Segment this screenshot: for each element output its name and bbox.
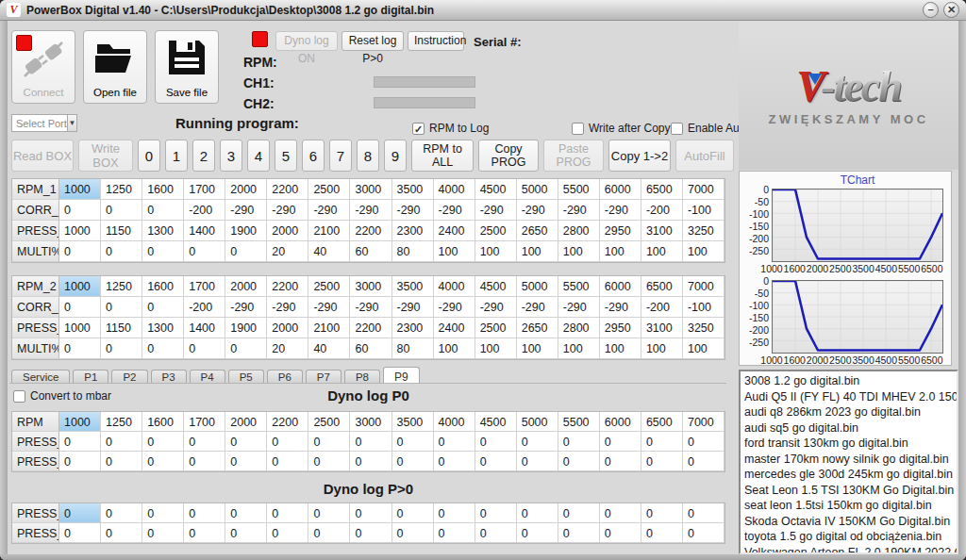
table-cell[interactable]: 2200	[267, 276, 308, 297]
table-cell[interactable]: 100	[558, 338, 600, 359]
table-cell[interactable]: 0	[308, 452, 350, 471]
table-cell[interactable]: 2100	[308, 318, 350, 338]
table-cell[interactable]: 100	[683, 338, 724, 359]
save-file-button[interactable]: Save file	[155, 30, 219, 104]
file-list-item[interactable]: Volkswagen Arteon FL 2.0 190KM 2022 Go D…	[744, 545, 957, 555]
table-cell[interactable]: 1000	[59, 276, 101, 297]
table-cell[interactable]: 0	[184, 338, 225, 359]
table-cell[interactable]: 2200	[350, 318, 391, 338]
digit-button-5[interactable]: 5	[275, 140, 297, 172]
table-cell[interactable]: 1000	[59, 318, 101, 338]
table-cell[interactable]: 5000	[517, 412, 558, 432]
table-cell[interactable]: 0	[392, 503, 434, 523]
table-cell[interactable]: -290	[392, 297, 434, 318]
table-cell[interactable]: 0	[101, 241, 142, 262]
table-cell[interactable]: 0	[225, 241, 267, 262]
table-cell[interactable]: 0	[600, 503, 641, 523]
table-cell[interactable]: -290	[475, 297, 517, 318]
table-cell[interactable]: 100	[558, 241, 600, 262]
table-cell[interactable]: -100	[683, 200, 724, 221]
table-cell[interactable]: -200	[641, 200, 683, 221]
table-cell[interactable]: 0	[59, 432, 101, 452]
table-cell[interactable]: 5500	[558, 412, 600, 432]
table-cell[interactable]: 1150	[101, 318, 142, 338]
table-cell[interactable]: 0	[641, 432, 683, 452]
table-cell[interactable]: 3500	[392, 412, 434, 432]
table-cell[interactable]: -290	[600, 200, 641, 221]
table-cell[interactable]: 100	[683, 241, 724, 262]
table-cell[interactable]: 0	[225, 452, 267, 471]
table-cell[interactable]: 0	[59, 452, 101, 471]
digit-button-2[interactable]: 2	[192, 140, 215, 172]
table-cell[interactable]: 5000	[517, 276, 558, 297]
table-cell[interactable]: 2300	[392, 318, 434, 338]
table-cell[interactable]: 0	[225, 523, 267, 543]
digit-button-1[interactable]: 1	[165, 140, 188, 172]
table-cell[interactable]: 0	[517, 503, 558, 523]
table-cell[interactable]: 100	[517, 241, 558, 262]
file-list-item[interactable]: Audi Q5 II (FY FL) 40 TDI MHEV 2.0 150kW…	[744, 389, 957, 405]
write-box-button[interactable]: Write BOX	[78, 140, 133, 172]
table-cell[interactable]: 2000	[267, 318, 308, 338]
table-cell[interactable]: 1300	[142, 318, 184, 338]
table-cell[interactable]: -290	[517, 200, 558, 221]
table-cell[interactable]: 6000	[600, 179, 641, 200]
tab-p5[interactable]: P5	[228, 370, 264, 384]
table-cell[interactable]: -200	[641, 297, 683, 318]
table-cell[interactable]: -290	[558, 297, 600, 318]
table-cell[interactable]: 1150	[101, 221, 142, 241]
table-cell[interactable]: 1000	[59, 412, 101, 432]
tab-p9[interactable]: P9	[383, 367, 420, 384]
table-cell[interactable]: 0	[225, 503, 267, 523]
table-cell[interactable]: 0	[475, 523, 517, 543]
table-cell[interactable]: 1400	[184, 318, 225, 338]
table-cell[interactable]: 0	[434, 503, 475, 523]
table-cell[interactable]: 0	[392, 523, 434, 543]
table-cell[interactable]: 2100	[308, 221, 350, 241]
table-cell[interactable]: 0	[267, 432, 308, 452]
table-cell[interactable]: 3500	[392, 276, 434, 297]
table-cell[interactable]: 0	[184, 241, 225, 262]
table-cell[interactable]: 1700	[184, 276, 225, 297]
table-cell[interactable]: 80	[392, 241, 434, 262]
digit-button-4[interactable]: 4	[247, 140, 270, 172]
table-cell[interactable]: 0	[184, 452, 225, 471]
table-cell[interactable]: 7000	[683, 276, 724, 297]
rpm-to-all-button[interactable]: RPM to ALL	[411, 140, 474, 172]
table-cell[interactable]: 2300	[392, 221, 434, 241]
connect-button[interactable]: Connect	[11, 30, 75, 104]
table-cell[interactable]: 0	[434, 452, 475, 471]
open-file-button[interactable]: Open file	[83, 30, 147, 104]
table-cell[interactable]: -290	[600, 297, 641, 318]
table-cell[interactable]: 4000	[434, 276, 475, 297]
table-cell[interactable]: 6000	[600, 412, 641, 432]
table-cell[interactable]: 0	[641, 523, 683, 543]
table-cell[interactable]: 2650	[517, 221, 558, 241]
tab-p2[interactable]: P2	[111, 370, 147, 384]
table-cell[interactable]: 0	[184, 503, 225, 523]
table-cell[interactable]: 1000	[59, 179, 101, 200]
table-cell[interactable]: 1250	[101, 179, 142, 200]
table-cell[interactable]: 0	[101, 338, 142, 359]
table-cell[interactable]: 1700	[184, 179, 225, 200]
table-cell[interactable]: 0	[308, 523, 350, 543]
table-cell[interactable]: 0	[350, 432, 391, 452]
table-cell[interactable]: 6000	[600, 276, 641, 297]
table-cell[interactable]: 100	[641, 241, 683, 262]
table-cell[interactable]: 0	[641, 452, 683, 471]
table-cell[interactable]: 2200	[267, 179, 308, 200]
table-cell[interactable]: 100	[517, 338, 558, 359]
table-cell[interactable]: -290	[225, 200, 267, 221]
table-cell[interactable]: 0	[101, 452, 142, 471]
table-cell[interactable]: 3000	[350, 412, 391, 432]
table-cell[interactable]: 1000	[59, 221, 101, 241]
table-cell[interactable]: -100	[683, 297, 724, 318]
table-cell[interactable]: 2000	[225, 412, 267, 432]
table-cell[interactable]: 2800	[558, 221, 600, 241]
table-cell[interactable]: 2500	[475, 221, 517, 241]
table-cell[interactable]: 4500	[475, 276, 517, 297]
table-cell[interactable]: 5500	[558, 179, 600, 200]
table-cell[interactable]: 0	[683, 523, 724, 543]
instruction-button[interactable]: Instruction	[408, 31, 464, 51]
table-cell[interactable]: -290	[517, 297, 558, 318]
